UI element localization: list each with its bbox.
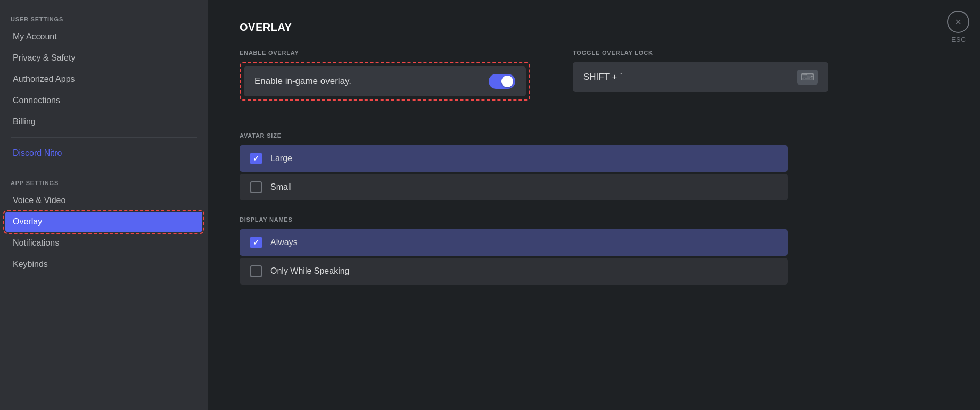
sidebar-item-connections[interactable]: Connections bbox=[5, 90, 202, 111]
enable-overlay-box: Enable in-game overlay. bbox=[240, 62, 530, 101]
avatar-size-section: AVATAR SIZE Large Small bbox=[240, 132, 948, 200]
enable-overlay-row[interactable]: Enable in-game overlay. bbox=[244, 66, 526, 96]
avatar-large-checkbox[interactable] bbox=[250, 153, 262, 164]
enable-overlay-section: ENABLE OVERLAY Enable in-game overlay. bbox=[240, 49, 530, 116]
display-option-speaking[interactable]: Only While Speaking bbox=[240, 258, 788, 285]
sidebar-divider-2 bbox=[11, 169, 197, 169]
close-button[interactable]: × bbox=[947, 11, 969, 33]
avatar-small-checkbox[interactable] bbox=[250, 181, 262, 193]
toggle-overlay-lock-label: TOGGLE OVERLAY LOCK bbox=[573, 49, 828, 56]
avatar-option-small[interactable]: Small bbox=[240, 174, 788, 200]
keybind-row[interactable]: SHIFT + ` ⌨ bbox=[573, 62, 828, 92]
user-settings-label: USER SETTINGS bbox=[5, 11, 202, 26]
avatar-size-label: AVATAR SIZE bbox=[240, 132, 948, 139]
sidebar-item-privacy-safety[interactable]: Privacy & Safety bbox=[5, 48, 202, 68]
sidebar-item-discord-nitro[interactable]: Discord Nitro bbox=[5, 143, 202, 163]
display-names-label: DISPLAY NAMES bbox=[240, 216, 948, 223]
esc-label: ESC bbox=[951, 36, 966, 44]
enable-overlay-text: Enable in-game overlay. bbox=[254, 76, 351, 87]
sidebar-item-my-account[interactable]: My Account bbox=[5, 27, 202, 47]
sidebar-item-notifications[interactable]: Notifications bbox=[5, 233, 202, 253]
display-names-section: DISPLAY NAMES Always Only While Speaking bbox=[240, 216, 948, 285]
sidebar-item-billing[interactable]: Billing bbox=[5, 112, 202, 132]
avatar-option-large[interactable]: Large bbox=[240, 145, 788, 172]
overlay-toggle[interactable] bbox=[489, 74, 515, 89]
top-row: ENABLE OVERLAY Enable in-game overlay. T… bbox=[240, 49, 948, 116]
avatar-small-label: Small bbox=[270, 182, 292, 192]
sidebar-item-authorized-apps[interactable]: Authorized Apps bbox=[5, 69, 202, 89]
display-always-label: Always bbox=[270, 238, 298, 247]
display-speaking-checkbox[interactable] bbox=[250, 265, 262, 277]
app-settings-label: APP SETTINGS bbox=[5, 174, 202, 189]
avatar-large-label: Large bbox=[270, 154, 292, 163]
toggle-knob bbox=[501, 76, 513, 87]
page-title: OVERLAY bbox=[240, 21, 948, 34]
sidebar-item-keybinds[interactable]: Keybinds bbox=[5, 254, 202, 274]
display-speaking-label: Only While Speaking bbox=[270, 266, 350, 276]
enable-overlay-label: ENABLE OVERLAY bbox=[240, 49, 530, 56]
sidebar: USER SETTINGS My Account Privacy & Safet… bbox=[0, 0, 208, 410]
sidebar-item-voice-video[interactable]: Voice & Video bbox=[5, 190, 202, 211]
sidebar-item-overlay[interactable]: Overlay bbox=[5, 212, 202, 232]
display-option-always[interactable]: Always bbox=[240, 229, 788, 256]
display-always-checkbox[interactable] bbox=[250, 237, 262, 248]
main-content: × ESC OVERLAY ENABLE OVERLAY Enable in-g… bbox=[208, 0, 980, 410]
keyboard-icon: ⌨ bbox=[797, 70, 818, 85]
sidebar-divider bbox=[11, 137, 197, 138]
toggle-overlay-lock-section: TOGGLE OVERLAY LOCK SHIFT + ` ⌨ bbox=[573, 49, 828, 116]
keybind-text: SHIFT + ` bbox=[583, 72, 623, 82]
